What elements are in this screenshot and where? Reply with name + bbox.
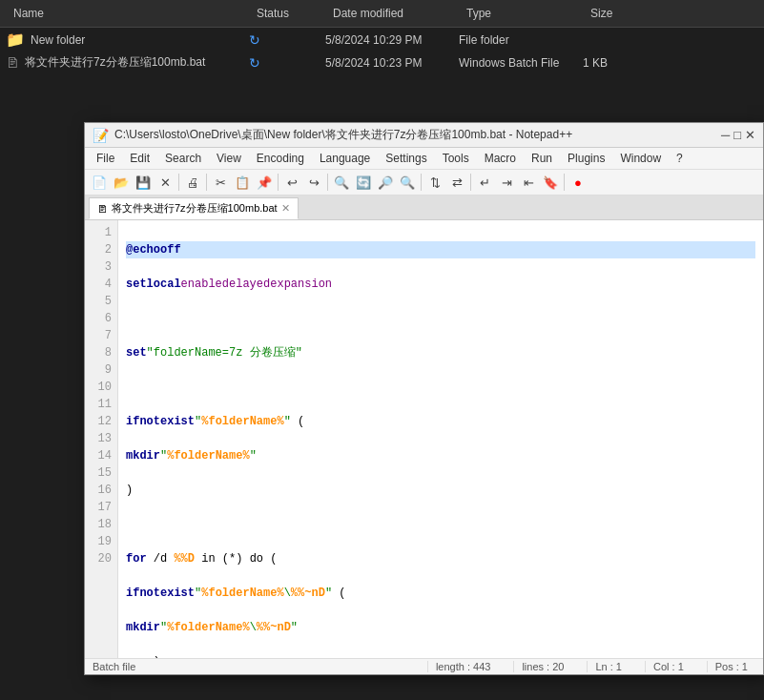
file-type: Windows Batch File <box>459 56 583 70</box>
menu-window[interactable]: Window <box>612 150 669 167</box>
active-tab[interactable]: 🖹 将文件夹进行7z分卷压缩100mb.bat ✕ <box>89 197 299 219</box>
find-button[interactable]: 🔍 <box>331 172 352 193</box>
undo-button[interactable]: ↩ <box>281 172 302 193</box>
code-line: set "folderName=7z 分卷压缩" <box>126 344 755 361</box>
file-label: New folder <box>31 33 85 47</box>
tab-icon: 🖹 <box>97 203 108 215</box>
menu-edit[interactable]: Edit <box>122 150 157 167</box>
open-file-button[interactable]: 📂 <box>111 172 132 193</box>
col-status-header: Status <box>251 4 327 23</box>
list-item[interactable]: 🖹 将文件夹进行7z分卷压缩100mb.bat ↻ 5/8/2024 10:23… <box>0 51 764 73</box>
toolbar-separator <box>178 174 179 191</box>
status-lines: lines : 20 <box>513 661 571 672</box>
status-pos: Pos : 1 <box>707 661 755 672</box>
code-line <box>126 516 755 533</box>
menu-search[interactable]: Search <box>157 150 209 167</box>
word-wrap-button[interactable]: ↵ <box>474 172 495 193</box>
close-button-tb[interactable]: ✕ <box>155 172 176 193</box>
file-explorer: Name Status Date modified Type Size 📁 Ne… <box>0 0 764 105</box>
toolbar-separator <box>278 174 279 191</box>
run-button[interactable]: ● <box>568 172 588 193</box>
sync-status: ↻ <box>249 55 325 71</box>
close-button[interactable]: ✕ <box>745 128 755 142</box>
code-line: if not exist "%folderName%\%%~nD" ( <box>126 585 755 602</box>
notepad-window: 📝 C:\Users\losto\OneDrive\桌面\New folder\… <box>84 122 764 675</box>
toolbar-separator <box>470 174 471 191</box>
toolbar-separator <box>206 174 207 191</box>
tab-label: 将文件夹进行7z分卷压缩100mb.bat <box>112 201 278 216</box>
paste-button[interactable]: 📌 <box>254 172 275 193</box>
menubar: File Edit Search View Encoding Language … <box>85 148 763 170</box>
cut-button[interactable]: ✂ <box>210 172 231 193</box>
minimize-button[interactable]: ─ <box>721 128 730 142</box>
code-line: ) <box>126 482 755 499</box>
menu-tools[interactable]: Tools <box>435 150 477 167</box>
tab-bar: 🖹 将文件夹进行7z分卷压缩100mb.bat ✕ <box>85 196 763 220</box>
tab-close-button[interactable]: ✕ <box>281 202 290 215</box>
toolbar-separator <box>421 174 422 191</box>
print-button[interactable]: 🖨 <box>182 172 203 193</box>
menu-macro[interactable]: Macro <box>477 150 524 167</box>
save-button[interactable]: 💾 <box>133 172 154 193</box>
bat-file-icon: 🖹 <box>6 55 19 71</box>
toolbar-separator <box>327 174 328 191</box>
editor-area[interactable]: 1 2 3 4 5 6 7 8 9 10 11 12 13 14 15 16 1… <box>85 220 763 658</box>
col-date-header: Date modified <box>327 4 461 23</box>
status-length: length : 443 <box>427 661 499 672</box>
code-line: setlocal enabledelayedexpansion <box>126 276 755 293</box>
new-file-button[interactable]: 📄 <box>89 172 110 193</box>
code-line: mkdir "%folderName%" <box>126 447 755 464</box>
replace-button[interactable]: 🔄 <box>353 172 374 193</box>
sync-scroll-h-button[interactable]: ⇄ <box>446 172 467 193</box>
toolbar-separator <box>564 174 565 191</box>
code-line: if not exist "%folderName%" ( <box>126 413 755 430</box>
menu-encoding[interactable]: Encoding <box>249 150 312 167</box>
code-line <box>126 310 755 327</box>
sync-status: ↻ <box>249 32 325 48</box>
col-type-header: Type <box>461 4 585 23</box>
bookmark-button[interactable]: 🔖 <box>540 172 561 193</box>
code-line: mkdir "%folderName%\%%~nD" <box>126 619 755 636</box>
list-item[interactable]: 📁 New folder ↻ 5/8/2024 10:29 PM File fo… <box>0 28 764 51</box>
redo-button[interactable]: ↪ <box>303 172 324 193</box>
folder-icon: 📁 <box>6 31 25 49</box>
menu-help[interactable]: ? <box>669 150 691 167</box>
file-name: 🖹 将文件夹进行7z分卷压缩100mb.bat <box>6 54 249 71</box>
code-line: @echo off <box>126 241 755 258</box>
code-line <box>126 379 755 396</box>
status-file-type: Batch file <box>93 661 412 672</box>
file-label: 将文件夹进行7z分卷压缩100mb.bat <box>25 54 205 71</box>
menu-file[interactable]: File <box>89 150 122 167</box>
menu-language[interactable]: Language <box>312 150 378 167</box>
titlebar-left: 📝 C:\Users\losto\OneDrive\桌面\New folder\… <box>93 127 572 143</box>
sync-scroll-v-button[interactable]: ⇅ <box>424 172 445 193</box>
maximize-button[interactable]: □ <box>733 128 741 142</box>
file-date: 5/8/2024 10:29 PM <box>325 33 459 47</box>
file-name: 📁 New folder <box>6 31 249 49</box>
indent-button[interactable]: ⇥ <box>496 172 517 193</box>
menu-settings[interactable]: Settings <box>378 150 434 167</box>
copy-button[interactable]: 📋 <box>232 172 253 193</box>
window-title: C:\Users\losto\OneDrive\桌面\New folder\将文… <box>114 127 572 143</box>
file-type: File folder <box>459 33 583 47</box>
menu-view[interactable]: View <box>209 150 249 167</box>
status-col: Col : 1 <box>645 661 692 672</box>
menu-run[interactable]: Run <box>524 150 560 167</box>
line-numbers: 1 2 3 4 5 6 7 8 9 10 11 12 13 14 15 16 1… <box>85 220 118 658</box>
menu-plugins[interactable]: Plugins <box>560 150 612 167</box>
code-line: for /d %%D in (*) do ( <box>126 550 755 567</box>
titlebar: 📝 C:\Users\losto\OneDrive\桌面\New folder\… <box>85 123 763 148</box>
code-editor[interactable]: @echo off setlocal enabledelayedexpansio… <box>118 220 763 658</box>
zoom-in-button[interactable]: 🔎 <box>375 172 396 193</box>
status-ln: Ln : 1 <box>587 661 630 672</box>
explorer-column-header: Name Status Date modified Type Size <box>0 0 764 28</box>
app-icon: 📝 <box>93 128 109 143</box>
zoom-out-button[interactable]: 🔍 <box>397 172 418 193</box>
file-date: 5/8/2024 10:23 PM <box>325 56 459 70</box>
statusbar: Batch file length : 443 lines : 20 Ln : … <box>85 658 763 674</box>
col-name-header: Name <box>8 4 251 23</box>
file-size: 1 KB <box>583 56 640 70</box>
outdent-button[interactable]: ⇤ <box>518 172 539 193</box>
toolbar: 📄 📂 💾 ✕ 🖨 ✂ 📋 📌 ↩ ↪ 🔍 🔄 🔎 🔍 ⇅ ⇄ ↵ ⇥ ⇤ 🔖 … <box>85 170 763 196</box>
col-size-header: Size <box>585 4 642 23</box>
